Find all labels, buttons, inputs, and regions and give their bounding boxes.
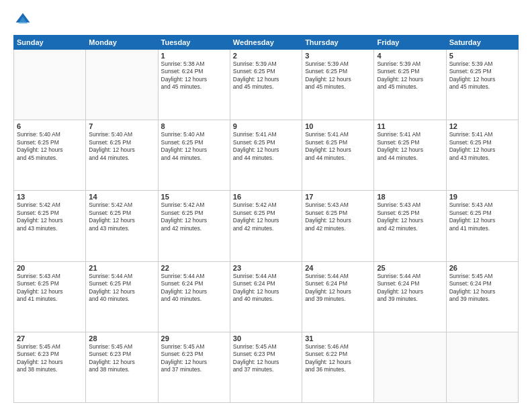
weekday-header: Saturday	[446, 36, 518, 50]
calendar-day-cell: 6Sunrise: 5:40 AM Sunset: 6:25 PM Daylig…	[14, 120, 86, 191]
calendar-day-cell: 7Sunrise: 5:40 AM Sunset: 6:25 PM Daylig…	[86, 120, 158, 191]
calendar-table: SundayMondayTuesdayWednesdayThursdayFrid…	[13, 35, 519, 403]
calendar-day-cell: 3Sunrise: 5:39 AM Sunset: 6:25 PM Daylig…	[302, 50, 374, 120]
calendar-day-cell: 27Sunrise: 5:45 AM Sunset: 6:23 PM Dayli…	[14, 332, 86, 402]
day-info: Sunrise: 5:46 AM Sunset: 6:22 PM Dayligh…	[305, 343, 371, 374]
day-info: Sunrise: 5:44 AM Sunset: 6:24 PM Dayligh…	[161, 273, 227, 304]
day-info: Sunrise: 5:39 AM Sunset: 6:25 PM Dayligh…	[305, 60, 371, 91]
day-number: 3	[305, 52, 371, 60]
calendar-day-cell	[374, 332, 446, 402]
calendar-day-cell: 9Sunrise: 5:41 AM Sunset: 6:25 PM Daylig…	[230, 120, 302, 191]
calendar-day-cell: 11Sunrise: 5:41 AM Sunset: 6:25 PM Dayli…	[374, 120, 446, 191]
day-number: 31	[305, 334, 371, 342]
day-info: Sunrise: 5:43 AM Sunset: 6:25 PM Dayligh…	[449, 201, 515, 232]
calendar-week-row: 13Sunrise: 5:42 AM Sunset: 6:25 PM Dayli…	[14, 191, 519, 261]
day-info: Sunrise: 5:41 AM Sunset: 6:25 PM Dayligh…	[377, 131, 443, 162]
day-info: Sunrise: 5:40 AM Sunset: 6:25 PM Dayligh…	[161, 131, 227, 162]
day-info: Sunrise: 5:42 AM Sunset: 6:25 PM Dayligh…	[89, 201, 154, 232]
calendar-week-row: 20Sunrise: 5:43 AM Sunset: 6:25 PM Dayli…	[14, 261, 519, 332]
day-number: 25	[377, 264, 443, 272]
calendar-day-cell: 14Sunrise: 5:42 AM Sunset: 6:25 PM Dayli…	[86, 191, 158, 261]
day-info: Sunrise: 5:44 AM Sunset: 6:24 PM Dayligh…	[377, 273, 443, 304]
calendar-day-cell: 18Sunrise: 5:43 AM Sunset: 6:25 PM Dayli…	[374, 191, 446, 261]
day-number: 5	[449, 52, 515, 60]
day-info: Sunrise: 5:43 AM Sunset: 6:25 PM Dayligh…	[377, 201, 443, 232]
day-number: 20	[17, 264, 83, 272]
day-number: 16	[233, 193, 299, 201]
day-number: 22	[161, 264, 227, 272]
calendar-week-row: 6Sunrise: 5:40 AM Sunset: 6:25 PM Daylig…	[14, 120, 519, 191]
day-number: 14	[89, 193, 154, 201]
calendar-day-cell: 19Sunrise: 5:43 AM Sunset: 6:25 PM Dayli…	[446, 191, 518, 261]
calendar-day-cell: 17Sunrise: 5:43 AM Sunset: 6:25 PM Dayli…	[302, 191, 374, 261]
weekday-header: Thursday	[302, 36, 374, 50]
calendar-day-cell: 10Sunrise: 5:41 AM Sunset: 6:25 PM Dayli…	[302, 120, 374, 191]
day-info: Sunrise: 5:45 AM Sunset: 6:23 PM Dayligh…	[233, 343, 299, 374]
calendar-day-cell: 25Sunrise: 5:44 AM Sunset: 6:24 PM Dayli…	[374, 261, 446, 332]
day-info: Sunrise: 5:41 AM Sunset: 6:25 PM Dayligh…	[449, 131, 515, 162]
day-number: 19	[449, 193, 515, 201]
day-number: 9	[233, 122, 299, 130]
day-number: 8	[161, 122, 227, 130]
day-number: 28	[89, 334, 154, 342]
calendar-day-cell: 26Sunrise: 5:45 AM Sunset: 6:24 PM Dayli…	[446, 261, 518, 332]
calendar-day-cell: 13Sunrise: 5:42 AM Sunset: 6:25 PM Dayli…	[14, 191, 86, 261]
day-number: 2	[233, 52, 299, 60]
day-info: Sunrise: 5:40 AM Sunset: 6:25 PM Dayligh…	[17, 131, 83, 162]
weekday-header: Wednesday	[230, 36, 302, 50]
calendar-day-cell: 4Sunrise: 5:39 AM Sunset: 6:25 PM Daylig…	[374, 50, 446, 120]
day-info: Sunrise: 5:42 AM Sunset: 6:25 PM Dayligh…	[233, 201, 299, 232]
logo-icon	[13, 11, 32, 30]
calendar-day-cell	[14, 50, 86, 120]
calendar-day-cell	[446, 332, 518, 402]
calendar-day-cell: 23Sunrise: 5:44 AM Sunset: 6:24 PM Dayli…	[230, 261, 302, 332]
day-number: 30	[233, 334, 299, 342]
weekday-header: Friday	[374, 36, 446, 50]
day-number: 4	[377, 52, 443, 60]
day-number: 12	[449, 122, 515, 130]
day-info: Sunrise: 5:41 AM Sunset: 6:25 PM Dayligh…	[305, 131, 371, 162]
weekday-header: Sunday	[14, 36, 86, 50]
day-info: Sunrise: 5:42 AM Sunset: 6:25 PM Dayligh…	[17, 201, 83, 232]
day-number: 24	[305, 264, 371, 272]
day-info: Sunrise: 5:39 AM Sunset: 6:25 PM Dayligh…	[233, 60, 299, 91]
day-info: Sunrise: 5:38 AM Sunset: 6:24 PM Dayligh…	[161, 60, 227, 91]
day-info: Sunrise: 5:45 AM Sunset: 6:24 PM Dayligh…	[449, 273, 515, 304]
logo	[13, 11, 35, 30]
calendar-day-cell: 31Sunrise: 5:46 AM Sunset: 6:22 PM Dayli…	[302, 332, 374, 402]
day-number: 17	[305, 193, 371, 201]
calendar-day-cell: 20Sunrise: 5:43 AM Sunset: 6:25 PM Dayli…	[14, 261, 86, 332]
day-number: 13	[17, 193, 83, 201]
day-info: Sunrise: 5:45 AM Sunset: 6:23 PM Dayligh…	[17, 343, 83, 374]
calendar-day-cell: 29Sunrise: 5:45 AM Sunset: 6:23 PM Dayli…	[158, 332, 230, 402]
page: SundayMondayTuesdayWednesdayThursdayFrid…	[0, 0, 532, 411]
day-info: Sunrise: 5:43 AM Sunset: 6:25 PM Dayligh…	[17, 273, 83, 304]
calendar-day-cell: 1Sunrise: 5:38 AM Sunset: 6:24 PM Daylig…	[158, 50, 230, 120]
calendar-day-cell	[86, 50, 158, 120]
day-info: Sunrise: 5:39 AM Sunset: 6:25 PM Dayligh…	[377, 60, 443, 91]
day-info: Sunrise: 5:40 AM Sunset: 6:25 PM Dayligh…	[89, 131, 154, 162]
calendar-week-row: 1Sunrise: 5:38 AM Sunset: 6:24 PM Daylig…	[14, 50, 519, 120]
day-number: 11	[377, 122, 443, 130]
day-info: Sunrise: 5:42 AM Sunset: 6:25 PM Dayligh…	[161, 201, 227, 232]
calendar-day-cell: 12Sunrise: 5:41 AM Sunset: 6:25 PM Dayli…	[446, 120, 518, 191]
header	[13, 11, 519, 30]
calendar-day-cell: 5Sunrise: 5:39 AM Sunset: 6:25 PM Daylig…	[446, 50, 518, 120]
weekday-header-row: SundayMondayTuesdayWednesdayThursdayFrid…	[14, 36, 519, 50]
calendar-day-cell: 30Sunrise: 5:45 AM Sunset: 6:23 PM Dayli…	[230, 332, 302, 402]
day-number: 27	[17, 334, 83, 342]
calendar-day-cell: 24Sunrise: 5:44 AM Sunset: 6:24 PM Dayli…	[302, 261, 374, 332]
calendar-day-cell: 15Sunrise: 5:42 AM Sunset: 6:25 PM Dayli…	[158, 191, 230, 261]
day-info: Sunrise: 5:44 AM Sunset: 6:24 PM Dayligh…	[233, 273, 299, 304]
day-number: 7	[89, 122, 154, 130]
calendar-day-cell: 2Sunrise: 5:39 AM Sunset: 6:25 PM Daylig…	[230, 50, 302, 120]
day-info: Sunrise: 5:44 AM Sunset: 6:24 PM Dayligh…	[305, 273, 371, 304]
day-info: Sunrise: 5:45 AM Sunset: 6:23 PM Dayligh…	[89, 343, 154, 374]
calendar-day-cell: 28Sunrise: 5:45 AM Sunset: 6:23 PM Dayli…	[86, 332, 158, 402]
day-info: Sunrise: 5:39 AM Sunset: 6:25 PM Dayligh…	[449, 60, 515, 91]
day-info: Sunrise: 5:43 AM Sunset: 6:25 PM Dayligh…	[305, 201, 371, 232]
weekday-header: Monday	[86, 36, 158, 50]
day-number: 18	[377, 193, 443, 201]
day-number: 6	[17, 122, 83, 130]
day-info: Sunrise: 5:41 AM Sunset: 6:25 PM Dayligh…	[233, 131, 299, 162]
